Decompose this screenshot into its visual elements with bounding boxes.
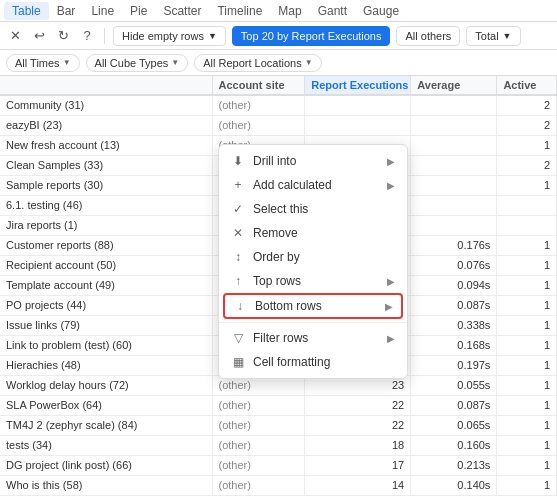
filter-rows-arrow: ▶	[387, 333, 395, 344]
bottom-rows-arrow: ▶	[385, 301, 393, 312]
tab-line[interactable]: Line	[83, 2, 122, 20]
tab-scatter[interactable]: Scatter	[155, 2, 209, 20]
undo-icon[interactable]: ↩	[30, 27, 48, 45]
time-filter-caret: ▼	[63, 58, 71, 67]
ctx-cell-formatting[interactable]: ▦ Cell formatting	[219, 350, 407, 374]
tab-timeline[interactable]: Timeline	[209, 2, 270, 20]
select-icon: ✓	[231, 202, 245, 216]
remove-icon: ✕	[231, 226, 245, 240]
hide-empty-rows-caret: ▼	[208, 31, 217, 41]
ctx-remove[interactable]: ✕ Remove	[219, 221, 407, 245]
drill-into-arrow: ▶	[387, 156, 395, 167]
cube-types-caret: ▼	[171, 58, 179, 67]
add-calc-arrow: ▶	[387, 180, 395, 191]
data-table: Account site Report Executions Average A…	[0, 76, 557, 500]
cell-format-icon: ▦	[231, 355, 245, 369]
ctx-add-calculated[interactable]: + Add calculated ▶	[219, 173, 407, 197]
filter-bar: All Times ▼ All Cube Types ▼ All Report …	[0, 50, 557, 76]
report-locations-caret: ▼	[305, 58, 313, 67]
tab-pie[interactable]: Pie	[122, 2, 155, 20]
separator	[104, 28, 105, 44]
all-others-button[interactable]: All others	[396, 26, 460, 46]
redo-icon[interactable]: ↻	[54, 27, 72, 45]
total-button[interactable]: Total ▼	[466, 26, 520, 46]
time-filter[interactable]: All Times ▼	[6, 54, 80, 72]
ctx-select-this[interactable]: ✓ Select this	[219, 197, 407, 221]
tab-bar[interactable]: Bar	[49, 2, 84, 20]
info-icon[interactable]: ?	[78, 27, 96, 45]
tab-gauge[interactable]: Gauge	[355, 2, 407, 20]
ctx-top-rows[interactable]: ↑ Top rows ▶	[219, 269, 407, 293]
top-rows-arrow: ▶	[387, 276, 395, 287]
hide-empty-rows-button[interactable]: Hide empty rows ▼	[113, 26, 226, 46]
context-menu: ⬇ Drill into ▶ + Add calculated ▶ ✓ Sele…	[218, 144, 408, 379]
top20-button[interactable]: Top 20 by Report Executions	[232, 26, 391, 46]
tab-map[interactable]: Map	[270, 2, 309, 20]
bottom-rows-icon: ↓	[233, 299, 247, 313]
chart-type-tabs: Table Bar Line Pie Scatter Timeline Map …	[0, 0, 557, 22]
add-icon: +	[231, 178, 245, 192]
ctx-divider	[219, 322, 407, 323]
order-icon: ↕	[231, 250, 245, 264]
ctx-filter-rows[interactable]: ▽ Filter rows ▶	[219, 326, 407, 350]
top-rows-icon: ↑	[231, 274, 245, 288]
tab-gantt[interactable]: Gantt	[310, 2, 355, 20]
tab-table[interactable]: Table	[4, 2, 49, 20]
drill-into-icon: ⬇	[231, 154, 245, 168]
ctx-drill-into[interactable]: ⬇ Drill into ▶	[219, 149, 407, 173]
toolbar: ✕ ↩ ↻ ? Hide empty rows ▼ Top 20 by Repo…	[0, 22, 557, 50]
cube-types-filter[interactable]: All Cube Types ▼	[86, 54, 189, 72]
total-caret: ▼	[503, 31, 512, 41]
report-locations-filter[interactable]: All Report Locations ▼	[194, 54, 321, 72]
context-menu-overlay: ⬇ Drill into ▶ + Add calculated ▶ ✓ Sele…	[0, 76, 557, 500]
filter-icon: ▽	[231, 331, 245, 345]
close-icon[interactable]: ✕	[6, 27, 24, 45]
ctx-order-by[interactable]: ↕ Order by	[219, 245, 407, 269]
ctx-bottom-rows[interactable]: ↓ Bottom rows ▶	[223, 293, 403, 319]
